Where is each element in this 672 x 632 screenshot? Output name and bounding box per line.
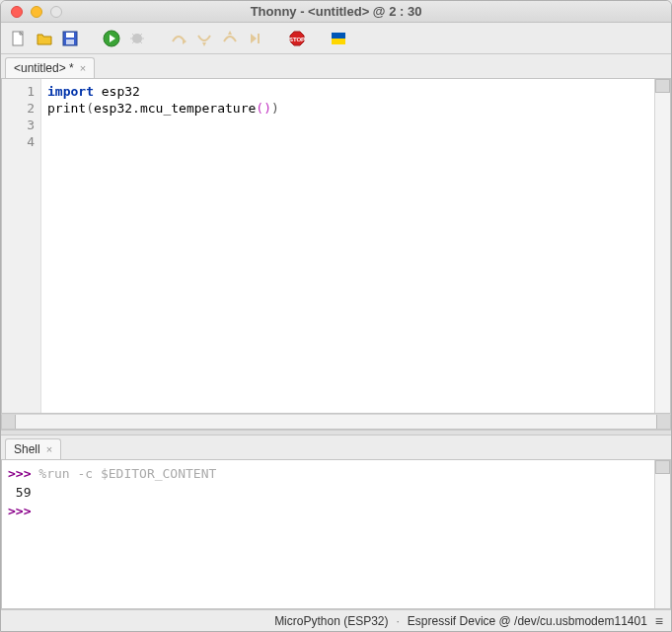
code-line: print(esp32.mcu_temperature()) xyxy=(47,100,648,117)
resume-icon xyxy=(247,30,264,47)
shell-prompt: >>> xyxy=(8,504,38,518)
code-token: ) xyxy=(263,101,271,116)
editor-tab-untitled[interactable]: <untitled> * × xyxy=(5,57,95,78)
run-button[interactable] xyxy=(102,29,121,48)
shell-line: >>> %run -c $EDITOR_CONTENT xyxy=(8,464,648,483)
step-out-icon xyxy=(221,30,239,47)
code-token: print xyxy=(47,101,86,116)
code-token: ) xyxy=(271,101,279,116)
svg-rect-3 xyxy=(66,33,74,38)
code-token: import xyxy=(47,84,94,99)
hamburger-icon[interactable]: ≡ xyxy=(655,613,663,629)
step-into-button[interactable] xyxy=(194,29,214,48)
close-icon[interactable]: × xyxy=(80,62,86,74)
shell-body: >>> %run -c $EDITOR_CONTENT 59>>> xyxy=(1,459,671,609)
save-icon xyxy=(61,30,79,47)
shell-tab-label: Shell xyxy=(14,442,40,456)
titlebar: Thonny - <untitled> @ 2 : 30 xyxy=(1,1,671,23)
interpreter-label[interactable]: MicroPython (ESP32) xyxy=(274,614,388,628)
code-line xyxy=(47,133,648,150)
editor-horizontal-scrollbar[interactable] xyxy=(1,414,671,430)
save-button[interactable] xyxy=(60,29,80,48)
code-token: esp32 xyxy=(94,84,140,99)
resume-button[interactable] xyxy=(246,29,265,48)
scroll-up-button[interactable] xyxy=(655,460,670,474)
svg-text:STOP: STOP xyxy=(289,37,305,42)
svg-marker-13 xyxy=(228,31,232,35)
code-token: ( xyxy=(256,101,263,116)
shell-line: >>> xyxy=(8,502,648,520)
scroll-right-button[interactable] xyxy=(656,415,670,429)
line-number: 1 xyxy=(2,83,35,100)
shell-tabstrip: Shell × xyxy=(1,435,671,459)
svg-marker-12 xyxy=(202,42,206,46)
debug-button[interactable] xyxy=(127,29,147,48)
stop-icon: STOP xyxy=(288,30,306,47)
editor-tab-label: <untitled> * xyxy=(14,61,74,75)
shell-panel: Shell × >>> %run -c $EDITOR_CONTENT 59>>… xyxy=(1,435,671,609)
code-token: ( xyxy=(86,101,94,116)
shell-output: 59 xyxy=(16,485,32,500)
scroll-up-button[interactable] xyxy=(655,79,670,93)
app-window: Thonny - <untitled> @ 2 : 30 xyxy=(0,0,672,632)
gutter: 1234 xyxy=(2,79,41,413)
shell-line: 59 xyxy=(8,483,648,502)
code-line xyxy=(47,117,648,133)
open-file-button[interactable] xyxy=(35,29,54,48)
code-line: import esp32 xyxy=(47,83,648,100)
step-into-icon xyxy=(195,30,213,47)
step-out-button[interactable] xyxy=(220,29,240,48)
editor-body: 1234 import esp32print(esp32.mcu_tempera… xyxy=(1,78,671,414)
new-file-button[interactable] xyxy=(9,29,29,48)
line-number: 3 xyxy=(2,117,35,133)
toolbar: STOP xyxy=(1,23,671,54)
step-over-icon xyxy=(170,30,187,47)
svg-rect-18 xyxy=(332,33,345,39)
code-token: esp32.mcu_temperature xyxy=(94,101,256,116)
editor-vertical-scrollbar[interactable] xyxy=(654,79,670,413)
debug-icon xyxy=(128,30,146,47)
shell-tab[interactable]: Shell × xyxy=(5,438,61,459)
statusbar: MicroPython (ESP32) · Espressif Device @… xyxy=(1,609,671,631)
editor-tabstrip: <untitled> * × xyxy=(1,54,671,78)
run-icon xyxy=(103,30,120,47)
line-number: 2 xyxy=(2,100,35,117)
new-file-icon xyxy=(10,30,28,47)
svg-marker-14 xyxy=(251,34,257,43)
shell-prompt: >>> xyxy=(8,466,38,481)
scroll-left-button[interactable] xyxy=(2,415,16,429)
status-separator: · xyxy=(397,614,400,628)
svg-rect-4 xyxy=(66,40,74,44)
support-ukraine-button[interactable] xyxy=(329,29,348,48)
line-number: 4 xyxy=(2,133,35,150)
flag-icon xyxy=(330,30,347,47)
svg-marker-11 xyxy=(183,39,187,44)
step-over-button[interactable] xyxy=(169,29,188,48)
close-icon[interactable]: × xyxy=(46,443,52,455)
editor-panel: <untitled> * × 1234 import esp32print(es… xyxy=(1,54,671,430)
shell-magic: %run -c $EDITOR_CONTENT xyxy=(38,466,216,481)
shell-vertical-scrollbar[interactable] xyxy=(654,460,670,608)
device-label[interactable]: Espressif Device @ /dev/cu.usbmodem11401 xyxy=(408,614,647,628)
svg-rect-15 xyxy=(258,34,260,43)
stop-button[interactable]: STOP xyxy=(287,29,307,48)
open-file-icon xyxy=(36,30,53,47)
window-title: Thonny - <untitled> @ 2 : 30 xyxy=(1,4,671,19)
code-area[interactable]: import esp32print(esp32.mcu_temperature(… xyxy=(41,79,654,413)
svg-rect-19 xyxy=(332,39,345,44)
shell-text[interactable]: >>> %run -c $EDITOR_CONTENT 59>>> xyxy=(2,460,654,608)
